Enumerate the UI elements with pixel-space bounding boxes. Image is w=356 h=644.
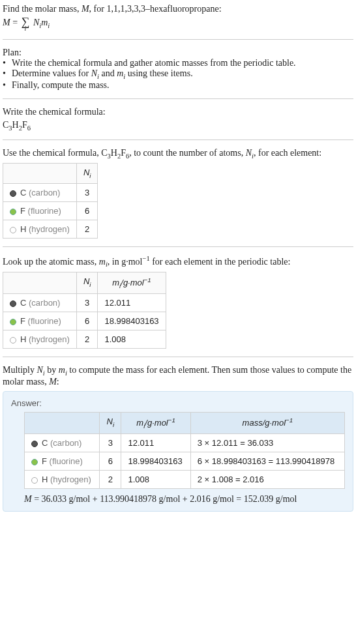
plan-item-1: Write the chemical formula and gather at… (12, 58, 296, 68)
divider (3, 98, 353, 99)
table-row: C (carbon)312.011 (3, 294, 166, 312)
table-row: F (fluorine)6 (3, 201, 98, 220)
carbon-dot-icon (31, 441, 38, 447)
divider (3, 139, 353, 140)
divider (3, 357, 353, 357)
intro-text2: , for 1,1,1,3,3,3–hexafluoropropane: (89, 4, 222, 14)
table-row: C (carbon)3 (3, 183, 98, 201)
lookup-block: Look up the atomic mass, mi, in g·mol−1 … (3, 254, 353, 350)
lookup-title: Look up the atomic mass, mi, in g·mol−1 … (3, 255, 353, 268)
count-title: Use the chemical formula, C3H2F6, to cou… (3, 148, 353, 160)
final-result: M = 36.033 g/mol + 113.990418978 g/mol +… (24, 494, 345, 505)
multiply-block: Multiply Ni by mi to compute the mass fo… (3, 364, 353, 388)
answer-label: Answer: (11, 398, 345, 408)
sum-symbol: ∑i (20, 17, 31, 31)
table-row: H (hydrogen)2 (3, 220, 98, 238)
eq-Ni: N (33, 18, 39, 27)
hydrogen-dot-icon (10, 227, 16, 233)
table-row: F (fluorine)618.9984031636 × 18.99840316… (25, 452, 345, 471)
eq-mi: m (41, 18, 48, 27)
plan-block: Plan: •Write the chemical formula and ga… (3, 46, 353, 92)
eq-M: M (3, 18, 10, 27)
table-row: H (hydrogen)21.008 (3, 330, 166, 349)
plan-item-3: Finally, compute the mass. (12, 80, 110, 91)
fluorine-dot-icon (10, 319, 16, 325)
eq-mi-sub: i (48, 22, 50, 29)
fluorine-dot-icon (31, 459, 38, 465)
divider (3, 246, 353, 247)
chemical-formula: C3H2F6 (3, 120, 353, 132)
intro-block: Find the molar mass, M, for 1,1,1,3,3,3–… (3, 3, 353, 33)
table-row: C (carbon)312.0113 × 12.011 = 36.033 (25, 434, 345, 452)
formula-title: Write the chemical formula: (3, 107, 353, 117)
answer-table: Ni mi/g·mol−1 mass/g·mol−1 C (carbon)312… (24, 412, 345, 489)
hydrogen-dot-icon (10, 337, 16, 344)
divider (3, 39, 353, 40)
intro-text: Find the molar mass, (3, 4, 82, 14)
table-row: F (fluorine)618.998403163 (3, 312, 166, 330)
fluorine-dot-icon (10, 209, 16, 215)
intro-M: M (82, 4, 89, 14)
molar-mass-equation: M = ∑i Nimi (3, 17, 353, 31)
plan-title: Plan: (3, 48, 353, 58)
carbon-dot-icon (10, 300, 16, 307)
hydrogen-dot-icon (31, 477, 38, 484)
count-block: Use the chemical formula, C3H2F6, to cou… (3, 147, 353, 240)
plan-item-2: Determine values for Ni and mi using the… (12, 68, 193, 80)
formula-block: Write the chemical formula: C3H2F6 (3, 106, 353, 133)
carbon-dot-icon (10, 190, 16, 197)
table-row: H (hydrogen)21.0082 × 1.008 = 2.016 (25, 471, 345, 489)
answer-box: Answer: Ni mi/g·mol−1 mass/g·mol−1 C (ca… (3, 391, 353, 512)
lookup-table: Ni mi/g·mol−1 C (carbon)312.011 F (fluor… (3, 272, 166, 349)
plan-bullets: •Write the chemical formula and gather a… (3, 58, 353, 91)
eq-equals: = (10, 18, 20, 27)
count-table: Ni C (carbon)3 F (fluorine)6 H (hydrogen… (3, 163, 98, 239)
